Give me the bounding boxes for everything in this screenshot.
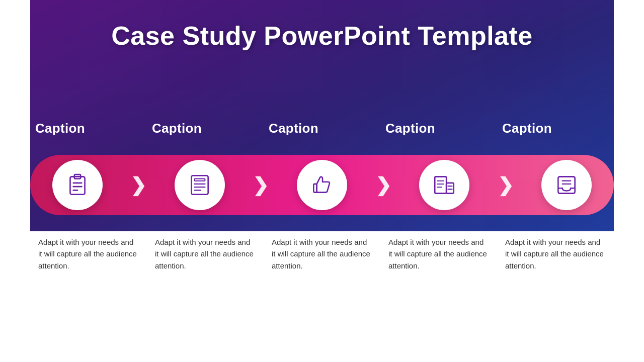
desc-item-2: Adapt it with your needs and it will cap… — [147, 226, 264, 272]
svg-rect-6 — [194, 179, 205, 181]
desc-item-5: Adapt it with your needs and it will cap… — [497, 226, 614, 272]
svg-rect-11 — [435, 176, 446, 193]
desc-item-3: Adapt it with your needs and it will cap… — [264, 226, 380, 272]
caption-item-5: Caption — [497, 121, 614, 136]
desc-item-4: Adapt it with your needs and it will cap… — [380, 226, 497, 272]
step-circle-5 — [541, 160, 592, 210]
svg-rect-15 — [446, 183, 454, 194]
step-circle-3 — [297, 160, 347, 210]
caption-item-4: Caption — [380, 121, 497, 136]
desc-row: Adapt it with your needs and it will cap… — [30, 226, 614, 272]
clipboard-icon — [65, 172, 90, 198]
captions-row: Caption Caption Caption Caption Caption — [30, 121, 614, 136]
svg-rect-10 — [313, 184, 316, 193]
chevron-4: ❯ — [498, 174, 514, 196]
thumbsup-icon — [309, 172, 335, 198]
document-icon — [187, 172, 212, 198]
caption-label-1: Caption — [35, 121, 85, 136]
caption-item-3: Caption — [264, 121, 380, 136]
title-section: Case Study PowerPoint Template — [30, 20, 614, 51]
caption-label-4: Caption — [385, 121, 435, 136]
slide: Case Study PowerPoint Template Caption C… — [0, 0, 644, 362]
chevron-2: ❯ — [253, 174, 269, 196]
chevron-3: ❯ — [375, 174, 391, 196]
caption-label-3: Caption — [269, 121, 318, 136]
chevron-1: ❯ — [130, 174, 146, 196]
caption-label-2: Caption — [152, 121, 202, 136]
caption-item-1: Caption — [30, 121, 147, 136]
process-bar-wrapper: ❯ ❯ ❯ — [30, 155, 614, 215]
step-circle-2 — [175, 160, 225, 210]
desc-item-1: Adapt it with your needs and it will cap… — [30, 226, 147, 272]
step-circle-4 — [419, 160, 469, 210]
report-icon — [432, 172, 457, 198]
process-bar: ❯ ❯ ❯ — [30, 155, 614, 215]
inbox-icon — [554, 172, 579, 198]
step-circle-1 — [52, 160, 103, 210]
caption-item-2: Caption — [147, 121, 264, 136]
caption-label-5: Caption — [502, 121, 552, 136]
main-title: Case Study PowerPoint Template — [30, 20, 614, 51]
